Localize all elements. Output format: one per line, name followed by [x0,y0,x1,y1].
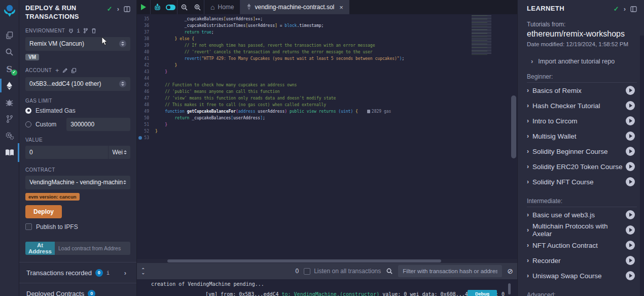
code-line-39[interactable]: 39// If not enough time has passed, reve… [137,42,517,49]
breakpoint-dot[interactable] [138,136,142,140]
fork-env-icon[interactable] [83,28,88,34]
line-number[interactable]: 39 [137,42,155,49]
line-number[interactable]: 42 [137,62,155,69]
code-line-51[interactable]: 51} [137,121,517,128]
tutorial-item[interactable]: ›Hash Checker Tutorial [527,98,637,113]
tab-home[interactable]: ⌂ Home [204,0,240,14]
deploy-button[interactable]: Deploy [25,205,62,218]
line-number[interactable]: 49 [137,108,155,115]
sign-message-icon[interactable] [62,68,68,73]
tutorial-play-button[interactable] [626,256,635,265]
tutorial-play-button[interactable] [626,177,635,186]
tutorial-expand-icon[interactable]: › [527,272,529,279]
code-line-52[interactable]: 52} [137,128,517,135]
transactions-info-icon[interactable]: i [106,270,110,276]
run-script-button[interactable] [137,0,150,14]
code-line-49[interactable]: 49function getCupcakeBalanceFor(address … [137,108,517,115]
copy-account-icon[interactable] [71,68,77,74]
editor-horizontal-scrollbar[interactable] [137,259,517,263]
line-number[interactable]: 41 [137,55,155,62]
environment-select[interactable]: Remix VM (Cancun) [25,37,130,51]
search-icon[interactable] [0,44,19,60]
git-icon[interactable] [0,111,19,127]
at-address-input[interactable] [55,242,130,255]
custom-gas-radio[interactable] [25,121,31,127]
file-explorer-icon[interactable] [0,27,19,44]
custom-gas-input[interactable] [66,118,130,131]
code-line-36[interactable]: 36_cupcakeDistributionTimes[userAddress]… [137,22,517,29]
solidity-compiler-icon[interactable]: S ✓ [0,60,19,77]
code-line-50[interactable]: 50return _cupcakeBalances[userAddress]; [137,115,517,121]
close-tab-icon[interactable]: × [339,4,343,11]
learneth-book-icon[interactable] [0,144,19,161]
editor-minimap[interactable] [472,15,494,55]
tutorial-item[interactable]: ›Multichain Protocols with Axelar [527,222,637,238]
tutorial-play-button[interactable] [626,162,635,171]
tutorial-item[interactable]: ›Solidity ERC20 Token Course [527,159,637,174]
code-line-44[interactable]: 44 [137,75,517,82]
tutorial-item[interactable]: ›Basic use of web3.js [527,207,637,222]
transactions-expand-icon[interactable]: › [124,269,126,277]
code-line-38[interactable]: 38} else { [137,36,517,42]
tutorial-play-button[interactable] [626,101,635,110]
listen-checkbox[interactable] [304,268,310,275]
env-info-icon[interactable]: i [77,27,80,34]
code-line-40[interactable]: 40// 'revert' cancels the transaction an… [137,49,517,55]
line-number[interactable]: 36 [137,22,155,29]
code-line-35[interactable]: 35_cupcakeBalances[userAddress]++; [137,16,517,22]
tutorial-play-button[interactable] [626,225,635,235]
zoom-out-icon[interactable] [177,0,191,14]
tutorial-item[interactable]: ›Basics of Remix [527,83,637,98]
tutorial-expand-icon[interactable]: › [527,163,529,170]
expand-terminal-icon[interactable]: ⌃⌃ [141,269,145,274]
line-number[interactable]: 47 [137,95,155,102]
code-line-37[interactable]: 37return true; [137,29,517,36]
line-number[interactable]: 46 [137,88,155,95]
panel-expand-icon[interactable]: › [117,5,119,13]
value-input[interactable] [25,146,108,159]
pin-panel-icon[interactable] [124,6,130,12]
line-number[interactable]: 44 [137,75,155,82]
tutorial-expand-icon[interactable]: › [527,117,529,124]
tutorial-expand-icon[interactable]: › [527,226,529,234]
line-number[interactable]: 35 [137,16,155,22]
tutorial-play-button[interactable] [626,86,635,95]
code-line-46[interactable]: 46// 'public' means anyone can call this… [137,88,517,95]
tutorial-item[interactable]: ›Solidity Beginner Course [527,144,637,159]
code-editor[interactable]: 35_cupcakeBalances[userAddress]++;36_cup… [137,14,517,259]
tutorial-play-button[interactable] [626,210,635,219]
tutorial-expand-icon[interactable]: › [527,211,529,218]
add-account-icon[interactable]: + [55,67,59,74]
tutorial-play-button[interactable] [626,116,635,125]
line-number[interactable]: 37 [137,29,155,36]
terminal-scrollbar[interactable] [508,283,511,294]
estimated-gas-radio[interactable] [25,108,31,114]
tutorial-item[interactable]: ›NFT Auction Contract [527,238,637,253]
deployed-contracts-row[interactable]: Deployed Contracts 0 [25,283,130,296]
deploy-and-run-icon[interactable] [0,77,19,94]
contract-select[interactable]: VendingMachine - vending-machin [25,176,130,189]
tutorial-expand-icon[interactable]: › [527,102,529,109]
tutorial-item[interactable]: ›Intro to Circom [527,113,637,128]
estimated-gas-option[interactable]: Estimated Gas [25,107,130,114]
code-line-42[interactable]: 42} [137,62,517,69]
line-number[interactable]: 50 [137,115,155,121]
editor-vertical-scrollbar[interactable] [511,95,516,158]
at-address-button[interactable]: At Address [25,242,55,255]
terminal-output[interactable]: creation of VendingMachine pending... [v… [137,279,517,296]
code-line-47[interactable]: 47// 'view' means this function only rea… [137,95,517,102]
tutorial-play-button[interactable] [626,131,635,141]
debugger-icon[interactable] [0,94,19,111]
tutorial-play-button[interactable] [626,147,635,156]
delete-env-icon[interactable] [91,28,96,34]
line-number[interactable]: 43 [137,69,155,75]
line-number[interactable]: 51 [137,121,155,128]
line-number[interactable]: 48 [137,102,155,108]
line-number[interactable]: 45 [137,82,155,88]
line-number[interactable]: 38 [137,36,155,42]
listen-all-transactions-option[interactable]: Listen on all transactions [304,268,381,275]
tutorial-expand-icon[interactable]: › [527,242,529,249]
plug-icon[interactable] [68,28,74,34]
tutorial-item[interactable]: ›Solidity NFT Course [527,174,637,189]
learneth-pin-icon[interactable] [630,6,637,12]
